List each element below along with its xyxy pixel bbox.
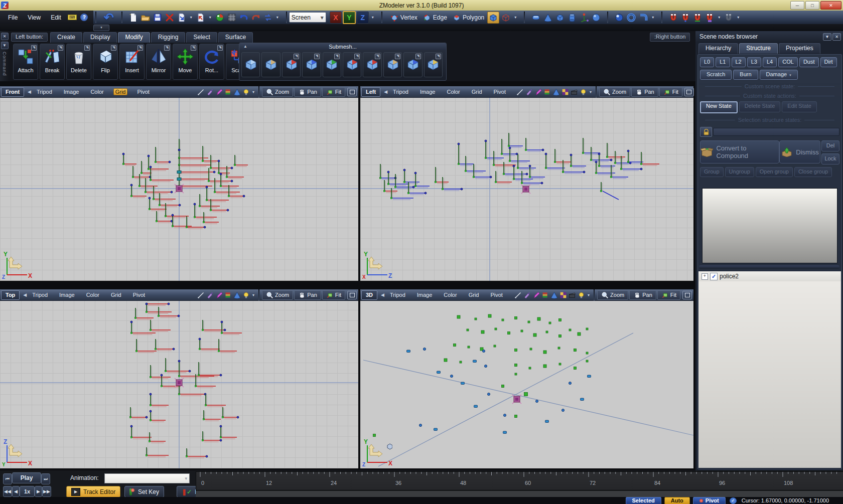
close-panel-icon[interactable]: ✕ bbox=[1, 33, 9, 40]
timeline-ruler[interactable]: 01224364860728496108 bbox=[196, 471, 843, 490]
tab-rigging[interactable]: Rigging bbox=[151, 32, 186, 43]
corner-expand-icon[interactable]: ◥ bbox=[137, 45, 143, 51]
clapper-icon[interactable] bbox=[570, 88, 578, 96]
corner-expand-icon[interactable]: ◥ bbox=[415, 54, 421, 59]
menu-file[interactable]: File bbox=[3, 13, 23, 22]
select-wire-button[interactable] bbox=[500, 12, 511, 23]
export-button[interactable] bbox=[176, 12, 187, 23]
fit-button[interactable]: Fit bbox=[657, 290, 680, 300]
fast-forward-button[interactable]: ▶▶ bbox=[42, 486, 51, 497]
menu-image[interactable]: Image bbox=[57, 291, 77, 298]
magnet-move-button[interactable] bbox=[668, 12, 679, 23]
line-icon[interactable] bbox=[516, 88, 524, 96]
menu-tripod[interactable]: Tripod bbox=[391, 88, 410, 95]
convert-to-compound-button[interactable]: Convert to Compound bbox=[700, 140, 779, 163]
minimize-button[interactable]: ─ bbox=[790, 1, 804, 10]
corner-expand-icon[interactable]: ◥ bbox=[58, 45, 63, 51]
pivot-mode-button[interactable]: Pivot bbox=[693, 497, 726, 504]
pan-button[interactable]: Pan bbox=[294, 87, 321, 97]
level-l1-button[interactable]: L1 bbox=[716, 57, 730, 67]
sync-button[interactable] bbox=[262, 12, 273, 23]
export-dropdown[interactable]: ▾ bbox=[188, 12, 194, 23]
smooth-cube-button[interactable] bbox=[241, 52, 260, 77]
stack-button[interactable]: ◥ bbox=[403, 52, 422, 77]
corner-expand-icon[interactable]: ◥ bbox=[294, 54, 299, 59]
corner-expand-icon[interactable]: ◥ bbox=[334, 54, 340, 59]
checker-icon[interactable] bbox=[559, 291, 567, 299]
help-icon[interactable]: ? bbox=[79, 12, 90, 23]
del-button[interactable]: Del bbox=[821, 140, 839, 151]
collapse-icon[interactable]: ▲ bbox=[243, 44, 247, 49]
axis-y-button[interactable]: Y bbox=[343, 11, 356, 24]
vertex-brush-button[interactable] bbox=[261, 52, 280, 77]
layers-icon[interactable] bbox=[224, 291, 232, 299]
select-solid-button[interactable] bbox=[487, 12, 499, 24]
dismiss-button[interactable]: Dismiss bbox=[779, 140, 820, 163]
attach-button[interactable]: ◥Attach bbox=[13, 44, 38, 80]
corner-expand-icon[interactable]: ◥ bbox=[375, 54, 380, 59]
menu-tripod[interactable]: Tripod bbox=[388, 291, 407, 298]
tab-modify[interactable]: Modify bbox=[118, 32, 150, 43]
menu-grid[interactable]: Grid bbox=[109, 291, 123, 298]
mode-polygon-button[interactable]: Polygon bbox=[452, 13, 484, 22]
viewport-name-left[interactable]: Left bbox=[361, 87, 380, 97]
clapper-icon[interactable] bbox=[568, 291, 576, 299]
zoom-button[interactable]: Zoom bbox=[262, 290, 293, 300]
pen-icon[interactable] bbox=[215, 291, 223, 299]
layers-icon[interactable] bbox=[543, 88, 551, 96]
level-l2-button[interactable]: L2 bbox=[732, 57, 746, 67]
structure-states-list[interactable] bbox=[702, 188, 837, 263]
magnet-edge-button[interactable] bbox=[692, 12, 703, 23]
redo-button[interactable] bbox=[250, 12, 261, 23]
elbow-button[interactable] bbox=[638, 12, 649, 23]
panel-splitter[interactable] bbox=[699, 265, 839, 269]
magnet-grid-button[interactable] bbox=[723, 12, 734, 23]
state-name-field[interactable] bbox=[713, 128, 839, 136]
step-forward-button[interactable]: ▶ bbox=[35, 486, 42, 497]
triangulate-button[interactable]: ◥ bbox=[363, 52, 381, 77]
tree-item-police2[interactable]: +✓police2 bbox=[698, 271, 841, 281]
collapse-left-icon[interactable]: ◀ bbox=[384, 89, 387, 94]
edit-state-button[interactable]: Edit State bbox=[782, 101, 817, 112]
break-button[interactable]: ◥Break bbox=[40, 44, 65, 80]
viewport-top-canvas[interactable]: ZXY bbox=[0, 301, 358, 468]
zoom-button[interactable]: Zoom bbox=[599, 87, 630, 97]
pill-button[interactable] bbox=[530, 12, 541, 23]
undo-button[interactable] bbox=[238, 12, 249, 23]
render-mode-dropdown[interactable]: ▾ bbox=[251, 88, 256, 96]
mode-dropdown[interactable]: ▾ bbox=[512, 12, 518, 23]
collapse-left-icon[interactable]: ◀ bbox=[28, 89, 31, 94]
viewport-name-top[interactable]: Top bbox=[1, 290, 20, 300]
menu-tripod[interactable]: Tripod bbox=[35, 88, 54, 95]
tab-display[interactable]: Display bbox=[83, 32, 117, 43]
menu-color[interactable]: Color bbox=[84, 291, 101, 298]
pin-panel-icon[interactable]: ▼ bbox=[823, 33, 831, 41]
menu-image[interactable]: Image bbox=[418, 88, 438, 95]
axis-dropdown[interactable]: ▾ bbox=[370, 12, 376, 23]
sphere-button[interactable] bbox=[591, 12, 602, 23]
sphere-shiny-button[interactable] bbox=[614, 12, 625, 23]
bulb-icon[interactable] bbox=[242, 291, 250, 299]
scratch-button[interactable]: Scratch bbox=[700, 70, 732, 80]
new-state-button[interactable]: New State bbox=[700, 101, 738, 113]
brush-icon[interactable] bbox=[525, 88, 533, 96]
menu-color[interactable]: Color bbox=[88, 88, 105, 95]
snap-grid-dropdown[interactable]: ▾ bbox=[735, 12, 741, 23]
flip-button[interactable]: ◥Flip bbox=[93, 44, 118, 80]
import-dropdown[interactable]: ▾ bbox=[207, 12, 213, 23]
burn-button[interactable]: Burn bbox=[733, 70, 758, 80]
delete-state-button[interactable]: Delete State bbox=[739, 101, 781, 112]
shapes-dropdown[interactable]: ▾ bbox=[650, 12, 656, 23]
fit-button[interactable]: Fit bbox=[659, 87, 682, 97]
corner-expand-icon[interactable]: ◥ bbox=[217, 45, 223, 51]
level-l4-button[interactable]: L4 bbox=[763, 57, 777, 67]
checker-icon[interactable] bbox=[561, 88, 569, 96]
go-start-button[interactable]: ⏮ bbox=[3, 473, 12, 484]
pin-panel-icon[interactable]: ▼ bbox=[1, 42, 9, 49]
move-faces-button[interactable]: ◥ bbox=[302, 52, 321, 77]
detach-faces-button[interactable]: ◥ bbox=[282, 52, 301, 77]
close-group-button[interactable]: Close group bbox=[794, 167, 832, 177]
tab-structure[interactable]: Structure bbox=[739, 43, 778, 54]
mode-edge-button[interactable]: Edge bbox=[423, 13, 447, 22]
level-col-button[interactable]: COL bbox=[778, 57, 798, 67]
